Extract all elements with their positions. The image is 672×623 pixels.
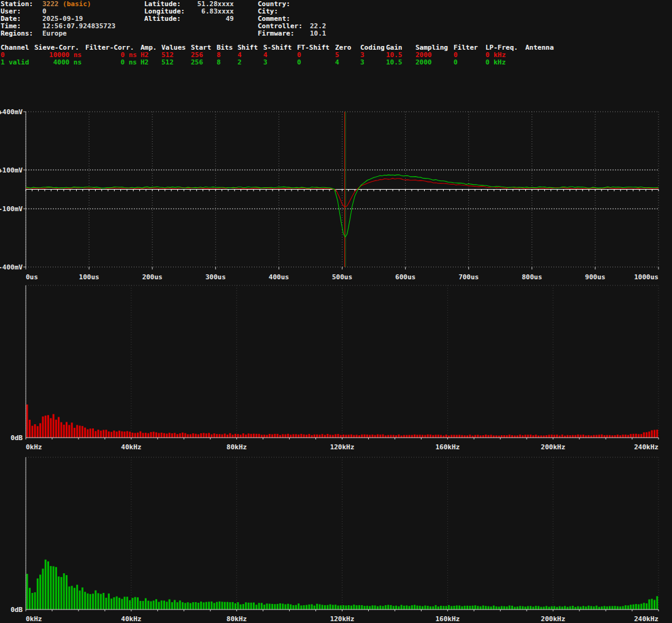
spectrum-bar [79,590,81,609]
spectrum-bar [503,606,505,609]
spectrum-bar [350,435,352,438]
spectrum-bar [570,606,571,609]
spectrum-bar [271,435,273,438]
column-header: Filter [454,44,485,52]
spectrum-bar [324,605,326,609]
spectrum-bar [350,606,352,609]
spectrum-bar [142,433,144,438]
spectrum-bar [390,435,392,438]
spectrum-bar [287,604,289,609]
spectrum-bar [116,431,118,438]
spectrum-bar [179,600,181,609]
spectrum-bar [361,605,363,609]
spectrum-bar [47,562,49,609]
spectrum-bar [311,435,313,438]
spectrum-bar [482,435,484,438]
spectrum-bar [596,435,598,438]
spectrum-bar [651,430,653,438]
spectrum-bar [570,435,571,438]
spectrum-bar [258,434,260,438]
spectrum-bar [195,434,197,438]
spectrum-bar [121,431,123,438]
spectrum-bar [237,602,239,609]
spectrum-bar [353,435,355,438]
spectrum-bar [487,435,489,438]
spectrum-bar [371,435,373,438]
spectrum-bar [155,599,157,609]
x-tick-label: 40kHz [121,443,141,451]
channel-cell: 0 ns [85,59,141,66]
spectrum-bar [562,606,563,609]
spectrum-bar [290,435,292,438]
spectrum-bar [364,435,366,438]
spectrum-bar [322,605,323,609]
spectrum-bar [501,606,503,609]
spectrum-bar [334,605,336,609]
spectrum-bar [448,605,450,609]
spectrum-bar [266,435,268,438]
spectrum-bar [208,433,210,438]
spectrum-bar [527,606,529,609]
spectrum-bar [456,605,458,609]
spectrum-bar [472,436,474,438]
x-tick-label: 300us [206,273,226,281]
spectrum-bar [242,604,244,609]
spectrum-bar [110,432,112,438]
spectrum-bar [53,414,55,438]
spectrum-bar [338,434,339,438]
spectrum-bar [174,433,176,438]
spectrum-bar [290,605,292,609]
spectrum-bar [161,600,163,609]
spectrum-bar [169,433,171,438]
spectrum-bar [619,435,621,438]
spectrum-bar [588,435,590,438]
info-label: Firmware: [258,30,310,37]
spectrum-bar [255,605,257,609]
spectrum-channel-0-svg: 0dB0kHz40kHz80kHz120kHz160kHz200kHz240kH… [0,282,672,454]
spectrum-bar [74,588,75,609]
spectrum-bar [274,434,276,438]
spectrum-bar [98,593,99,609]
spectrum-bar [554,435,555,438]
spectrum-bar [226,435,228,438]
spectrum-bar [603,606,605,609]
spectrum-bar [266,603,268,609]
spectrum-bar [113,431,115,438]
spectrum-bar [82,426,83,438]
spectrum-bar [129,431,131,438]
spectrum-bar [366,435,368,438]
spectrum-bar [646,432,647,438]
spectrum-bar [456,435,458,438]
spectrum-bar [42,417,44,438]
spectrum-bar [490,606,492,609]
spectrum-bar [190,434,191,438]
spectrum-bar [458,606,460,610]
spectrum-bar [493,606,495,609]
spectrum-bar [371,605,373,609]
spectrum-bar [427,435,429,438]
spectrum-bar [261,435,263,438]
spectrum-bar [102,593,104,609]
spectrum-bar [574,435,576,438]
spectrum-bar [166,602,168,609]
spectrum-bar [76,585,78,609]
spectrum-bar [442,436,444,438]
spectrum-bar [34,592,36,609]
spectrum-bar [448,436,450,438]
spectrum-bar [145,598,147,609]
spectrum-bar [131,598,133,609]
spectrum-bar [124,597,126,609]
spectrum-bar [514,607,516,609]
x-tick-label: 800us [522,273,542,281]
spectrum-bar [131,433,133,438]
spectrum-bar [68,425,70,438]
spectrum-bar [258,603,260,609]
spectrum-bar [218,602,220,609]
spectrum-bar [82,587,83,609]
spectrum-bar [279,603,281,609]
spectrum-bar [403,606,405,609]
spectrum-bar [656,596,658,609]
channel-cell: 0 [297,52,335,59]
spectrum-bar [293,434,295,438]
spectrum-bar [609,435,611,438]
